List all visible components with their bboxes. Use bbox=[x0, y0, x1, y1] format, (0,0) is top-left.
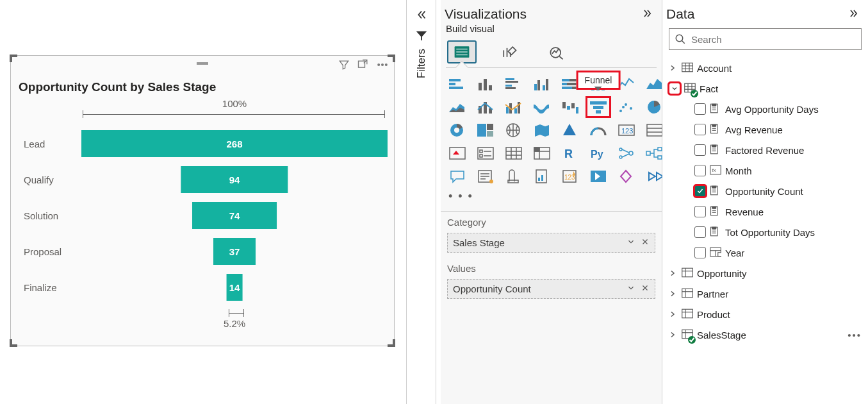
more-visuals-button[interactable]: • • • bbox=[441, 186, 662, 208]
category-field-well[interactable]: Sales Stage bbox=[447, 233, 655, 253]
svg-rect-11 bbox=[449, 87, 463, 89]
stacked-bar-chart-icon[interactable] bbox=[446, 74, 469, 94]
svg-rect-86 bbox=[658, 147, 662, 151]
slicer-icon[interactable] bbox=[474, 144, 497, 163]
ribbon-chart-icon[interactable] bbox=[530, 97, 553, 117]
analytics-tab[interactable] bbox=[542, 40, 571, 63]
svg-rect-10 bbox=[449, 83, 455, 85]
more-options-icon[interactable]: ••• bbox=[848, 330, 862, 341]
expand-checkbox[interactable] bbox=[669, 83, 680, 94]
map-icon[interactable] bbox=[502, 121, 525, 140]
chart-visual-frame[interactable]: Opportunity Count by Sales Stage 100% Le… bbox=[10, 55, 395, 346]
svg-rect-43 bbox=[567, 106, 570, 110]
visualizations-title: Visualizations bbox=[445, 6, 527, 22]
paginated-report-icon[interactable] bbox=[530, 167, 553, 186]
svg-rect-87 bbox=[658, 156, 662, 159]
r-visual-icon[interactable]: R bbox=[559, 144, 582, 163]
funnel-bar: 14 bbox=[227, 274, 243, 301]
table-product[interactable]: Product bbox=[669, 304, 865, 324]
values-field-well[interactable]: Opportunity Count bbox=[447, 279, 655, 299]
measure-icon bbox=[710, 206, 721, 218]
field-checkbox[interactable] bbox=[694, 206, 706, 217]
field-row[interactable]: Avg Opportunity Days bbox=[669, 99, 865, 119]
table-fact[interactable]: Fact bbox=[669, 78, 865, 99]
field-checkbox[interactable] bbox=[694, 165, 706, 176]
power-automate-icon[interactable] bbox=[587, 167, 610, 186]
field-row[interactable]: fxMonth bbox=[669, 160, 865, 181]
clustered-bar-chart-icon[interactable] bbox=[502, 74, 525, 94]
resize-handle-bl[interactable] bbox=[10, 339, 17, 347]
expand-filters-icon[interactable] bbox=[410, 8, 433, 24]
azure-map-icon[interactable] bbox=[559, 121, 582, 140]
filters-pane-label[interactable]: Filters bbox=[415, 49, 428, 78]
stacked-column-chart-icon[interactable] bbox=[474, 74, 497, 94]
field-row[interactable]: Year bbox=[669, 242, 865, 263]
build-visual-tab[interactable] bbox=[447, 40, 477, 63]
matrix-icon[interactable] bbox=[530, 144, 553, 163]
field-row[interactable]: Revenue bbox=[669, 201, 865, 222]
remove-field-icon[interactable] bbox=[641, 283, 650, 294]
collapse-data-pane-icon[interactable] bbox=[848, 7, 860, 22]
resize-handle-top[interactable] bbox=[197, 62, 208, 65]
qa-visual-icon[interactable] bbox=[446, 167, 469, 186]
search-input[interactable] bbox=[691, 34, 856, 45]
key-influencers-icon[interactable] bbox=[615, 144, 638, 163]
focus-mode-icon[interactable] bbox=[357, 58, 370, 73]
stacked-area-chart-icon[interactable] bbox=[446, 97, 469, 117]
field-row[interactable]: Opportunity Count bbox=[669, 181, 865, 201]
scatter-chart-icon[interactable] bbox=[615, 97, 638, 117]
field-checkbox[interactable] bbox=[694, 124, 706, 135]
field-row[interactable]: Factored Revenue bbox=[669, 140, 865, 160]
search-box[interactable] bbox=[669, 28, 862, 50]
table-opportunity[interactable]: Opportunity bbox=[669, 263, 865, 283]
svg-rect-57 bbox=[487, 124, 493, 130]
filters-icon bbox=[410, 29, 433, 45]
more-options-icon[interactable] bbox=[376, 58, 389, 73]
field-checkbox[interactable] bbox=[694, 247, 706, 258]
line-stacked-column-icon[interactable] bbox=[474, 97, 497, 117]
python-visual-icon[interactable]: Py bbox=[587, 144, 610, 163]
funnel-bar: 94 bbox=[181, 166, 288, 193]
table-partner[interactable]: Partner bbox=[669, 283, 865, 304]
field-checkbox[interactable] bbox=[694, 103, 706, 115]
field-row[interactable]: Avg Revenue bbox=[669, 119, 865, 140]
table-icon[interactable] bbox=[502, 144, 525, 163]
treemap-icon[interactable] bbox=[474, 121, 497, 140]
svg-rect-85 bbox=[646, 151, 650, 155]
category-label: Finalize bbox=[24, 282, 81, 293]
funnel-chart-icon[interactable]: Funnel bbox=[587, 97, 610, 117]
goals-icon[interactable] bbox=[502, 167, 525, 186]
table-salesstage[interactable]: SalesStage ••• bbox=[669, 324, 865, 345]
card-icon[interactable]: 123 bbox=[615, 121, 638, 140]
smart-narrative-icon[interactable] bbox=[474, 167, 497, 186]
line-clustered-column-icon[interactable] bbox=[502, 97, 525, 117]
field-row[interactable]: Tot Opportunity Days bbox=[669, 222, 865, 242]
field-checkbox[interactable] bbox=[694, 185, 706, 197]
format-visual-tab[interactable] bbox=[495, 40, 524, 63]
svg-rect-44 bbox=[571, 103, 575, 108]
resize-handle-tl[interactable] bbox=[10, 55, 17, 62]
waterfall-chart-icon[interactable] bbox=[559, 97, 582, 117]
collapse-pane-icon[interactable] bbox=[641, 7, 654, 22]
power-apps-icon[interactable]: 123 bbox=[559, 167, 582, 186]
filter-icon[interactable] bbox=[338, 58, 350, 73]
svg-rect-21 bbox=[543, 85, 545, 90]
chevron-down-icon[interactable] bbox=[626, 283, 635, 294]
apps-icon[interactable] bbox=[615, 167, 638, 186]
field-label: Opportunity Count bbox=[725, 186, 803, 197]
field-checkbox[interactable] bbox=[694, 144, 706, 156]
gauge-icon[interactable] bbox=[587, 121, 610, 140]
donut-chart-icon[interactable] bbox=[446, 121, 469, 140]
chevron-down-icon[interactable] bbox=[626, 237, 635, 248]
svg-rect-26 bbox=[567, 83, 577, 85]
resize-handle-br[interactable] bbox=[388, 339, 395, 347]
table-account[interactable]: Account bbox=[669, 58, 865, 78]
svg-rect-19 bbox=[534, 84, 537, 90]
field-checkbox[interactable] bbox=[694, 226, 706, 238]
table-icon bbox=[682, 308, 693, 321]
clustered-column-chart-icon[interactable] bbox=[530, 74, 553, 94]
filled-map-icon[interactable] bbox=[530, 121, 553, 140]
svg-rect-18 bbox=[505, 87, 516, 89]
kpi-icon[interactable] bbox=[446, 144, 469, 163]
remove-field-icon[interactable] bbox=[641, 237, 650, 248]
